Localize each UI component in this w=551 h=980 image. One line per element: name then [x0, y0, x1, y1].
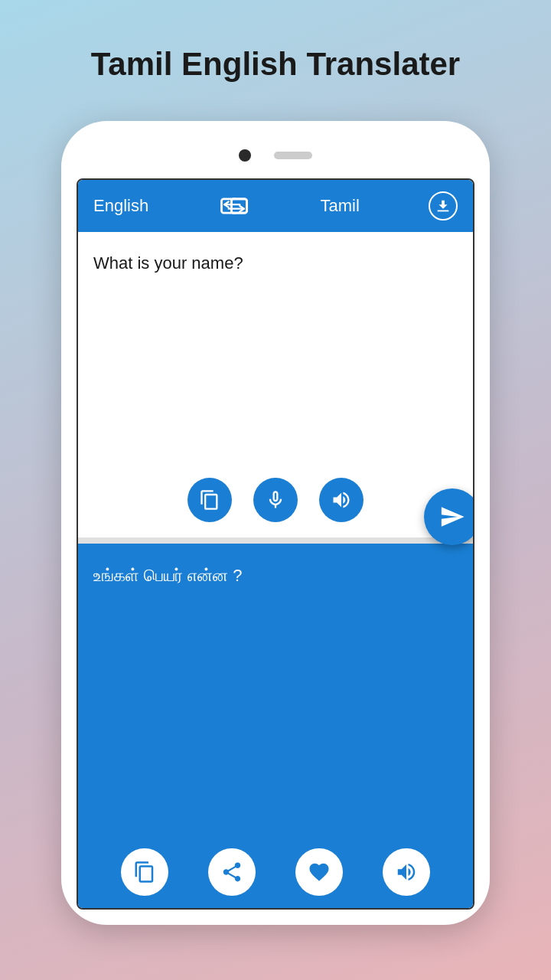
target-language-button[interactable]: Tamil — [320, 196, 359, 216]
bottom-volume-button[interactable] — [383, 848, 430, 896]
source-language-button[interactable]: English — [93, 196, 148, 216]
output-section: உங்கள் பெயர் என்ன ? — [78, 544, 473, 908]
bottom-share-button[interactable] — [208, 848, 256, 896]
copy-button[interactable] — [187, 478, 232, 522]
phone-top-bar — [77, 136, 474, 175]
phone-screen: English Tamil — [77, 178, 474, 910]
output-text: உங்கள் பெயர் என்ன ? — [93, 562, 458, 821]
swap-languages-button[interactable] — [217, 189, 251, 223]
phone-speaker — [274, 152, 312, 159]
input-section: What is your name? — [78, 232, 473, 537]
input-action-buttons — [78, 466, 473, 537]
phone-shell: English Tamil — [61, 121, 490, 925]
svg-rect-5 — [438, 211, 449, 212]
phone-camera — [239, 149, 251, 162]
bottom-copy-button[interactable] — [121, 848, 168, 896]
language-toolbar: English Tamil — [78, 180, 473, 232]
download-button[interactable] — [429, 191, 458, 220]
input-area: What is your name? — [78, 232, 473, 537]
bottom-favorite-button[interactable] — [295, 848, 343, 896]
app-title: Tamil English Translater — [91, 46, 460, 83]
microphone-button[interactable] — [253, 478, 298, 522]
output-area: உங்கள் பெயர் என்ன ? — [78, 544, 473, 836]
divider — [78, 537, 473, 544]
bottom-action-bar — [78, 836, 473, 908]
speaker-button[interactable] — [319, 478, 364, 522]
